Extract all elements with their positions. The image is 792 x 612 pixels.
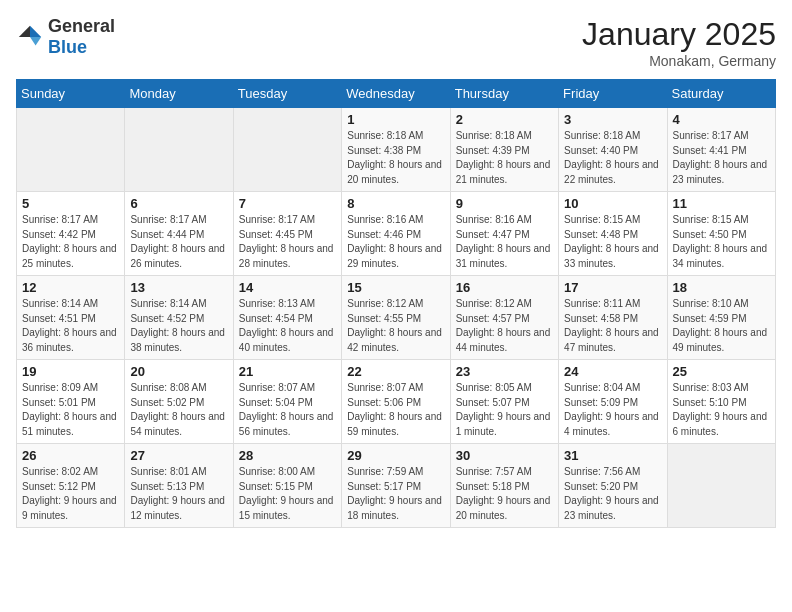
day-info: Sunrise: 7:57 AM Sunset: 5:18 PM Dayligh… <box>456 465 553 523</box>
day-number: 11 <box>673 196 770 211</box>
day-number: 7 <box>239 196 336 211</box>
calendar-cell: 4Sunrise: 8:17 AM Sunset: 4:41 PM Daylig… <box>667 108 775 192</box>
calendar-cell: 14Sunrise: 8:13 AM Sunset: 4:54 PM Dayli… <box>233 276 341 360</box>
calendar-week-row: 12Sunrise: 8:14 AM Sunset: 4:51 PM Dayli… <box>17 276 776 360</box>
day-info: Sunrise: 8:18 AM Sunset: 4:39 PM Dayligh… <box>456 129 553 187</box>
calendar-cell: 15Sunrise: 8:12 AM Sunset: 4:55 PM Dayli… <box>342 276 450 360</box>
calendar-week-row: 1Sunrise: 8:18 AM Sunset: 4:38 PM Daylig… <box>17 108 776 192</box>
logo-icon <box>16 23 44 51</box>
day-number: 23 <box>456 364 553 379</box>
day-info: Sunrise: 8:09 AM Sunset: 5:01 PM Dayligh… <box>22 381 119 439</box>
day-info: Sunrise: 8:16 AM Sunset: 4:46 PM Dayligh… <box>347 213 444 271</box>
weekday-header-monday: Monday <box>125 80 233 108</box>
weekday-header-sunday: Sunday <box>17 80 125 108</box>
day-number: 14 <box>239 280 336 295</box>
day-info: Sunrise: 8:04 AM Sunset: 5:09 PM Dayligh… <box>564 381 661 439</box>
logo-general: General <box>48 16 115 36</box>
calendar-cell: 23Sunrise: 8:05 AM Sunset: 5:07 PM Dayli… <box>450 360 558 444</box>
calendar-cell: 26Sunrise: 8:02 AM Sunset: 5:12 PM Dayli… <box>17 444 125 528</box>
calendar-cell: 7Sunrise: 8:17 AM Sunset: 4:45 PM Daylig… <box>233 192 341 276</box>
calendar-cell: 11Sunrise: 8:15 AM Sunset: 4:50 PM Dayli… <box>667 192 775 276</box>
calendar-cell: 30Sunrise: 7:57 AM Sunset: 5:18 PM Dayli… <box>450 444 558 528</box>
svg-marker-1 <box>30 37 41 45</box>
day-info: Sunrise: 7:59 AM Sunset: 5:17 PM Dayligh… <box>347 465 444 523</box>
calendar-subtitle: Monakam, Germany <box>582 53 776 69</box>
day-info: Sunrise: 8:16 AM Sunset: 4:47 PM Dayligh… <box>456 213 553 271</box>
weekday-header-saturday: Saturday <box>667 80 775 108</box>
weekday-header-friday: Friday <box>559 80 667 108</box>
calendar-cell: 21Sunrise: 8:07 AM Sunset: 5:04 PM Dayli… <box>233 360 341 444</box>
day-info: Sunrise: 8:00 AM Sunset: 5:15 PM Dayligh… <box>239 465 336 523</box>
calendar-cell: 20Sunrise: 8:08 AM Sunset: 5:02 PM Dayli… <box>125 360 233 444</box>
day-info: Sunrise: 8:14 AM Sunset: 4:51 PM Dayligh… <box>22 297 119 355</box>
calendar-cell: 27Sunrise: 8:01 AM Sunset: 5:13 PM Dayli… <box>125 444 233 528</box>
day-number: 18 <box>673 280 770 295</box>
day-number: 29 <box>347 448 444 463</box>
day-number: 21 <box>239 364 336 379</box>
calendar-cell: 12Sunrise: 8:14 AM Sunset: 4:51 PM Dayli… <box>17 276 125 360</box>
day-number: 22 <box>347 364 444 379</box>
calendar-cell: 29Sunrise: 7:59 AM Sunset: 5:17 PM Dayli… <box>342 444 450 528</box>
weekday-header-wednesday: Wednesday <box>342 80 450 108</box>
day-info: Sunrise: 8:11 AM Sunset: 4:58 PM Dayligh… <box>564 297 661 355</box>
day-info: Sunrise: 8:15 AM Sunset: 4:50 PM Dayligh… <box>673 213 770 271</box>
calendar-cell: 5Sunrise: 8:17 AM Sunset: 4:42 PM Daylig… <box>17 192 125 276</box>
calendar-cell: 22Sunrise: 8:07 AM Sunset: 5:06 PM Dayli… <box>342 360 450 444</box>
calendar-cell: 9Sunrise: 8:16 AM Sunset: 4:47 PM Daylig… <box>450 192 558 276</box>
day-info: Sunrise: 8:17 AM Sunset: 4:42 PM Dayligh… <box>22 213 119 271</box>
day-number: 8 <box>347 196 444 211</box>
calendar-week-row: 26Sunrise: 8:02 AM Sunset: 5:12 PM Dayli… <box>17 444 776 528</box>
day-info: Sunrise: 7:56 AM Sunset: 5:20 PM Dayligh… <box>564 465 661 523</box>
weekday-header-tuesday: Tuesday <box>233 80 341 108</box>
calendar-cell: 31Sunrise: 7:56 AM Sunset: 5:20 PM Dayli… <box>559 444 667 528</box>
calendar-week-row: 5Sunrise: 8:17 AM Sunset: 4:42 PM Daylig… <box>17 192 776 276</box>
day-number: 19 <box>22 364 119 379</box>
calendar-cell: 8Sunrise: 8:16 AM Sunset: 4:46 PM Daylig… <box>342 192 450 276</box>
day-info: Sunrise: 8:14 AM Sunset: 4:52 PM Dayligh… <box>130 297 227 355</box>
day-info: Sunrise: 8:05 AM Sunset: 5:07 PM Dayligh… <box>456 381 553 439</box>
logo: General Blue <box>16 16 115 58</box>
logo-blue: Blue <box>48 37 87 57</box>
day-info: Sunrise: 8:08 AM Sunset: 5:02 PM Dayligh… <box>130 381 227 439</box>
day-number: 17 <box>564 280 661 295</box>
day-number: 6 <box>130 196 227 211</box>
logo-text: General Blue <box>48 16 115 58</box>
calendar-week-row: 19Sunrise: 8:09 AM Sunset: 5:01 PM Dayli… <box>17 360 776 444</box>
day-number: 30 <box>456 448 553 463</box>
calendar-cell: 28Sunrise: 8:00 AM Sunset: 5:15 PM Dayli… <box>233 444 341 528</box>
calendar-cell: 16Sunrise: 8:12 AM Sunset: 4:57 PM Dayli… <box>450 276 558 360</box>
weekday-header-row: SundayMondayTuesdayWednesdayThursdayFrid… <box>17 80 776 108</box>
day-info: Sunrise: 8:01 AM Sunset: 5:13 PM Dayligh… <box>130 465 227 523</box>
svg-marker-0 <box>30 26 41 37</box>
calendar-table: SundayMondayTuesdayWednesdayThursdayFrid… <box>16 79 776 528</box>
day-info: Sunrise: 8:17 AM Sunset: 4:41 PM Dayligh… <box>673 129 770 187</box>
calendar-cell: 2Sunrise: 8:18 AM Sunset: 4:39 PM Daylig… <box>450 108 558 192</box>
day-number: 28 <box>239 448 336 463</box>
calendar-cell <box>125 108 233 192</box>
day-number: 2 <box>456 112 553 127</box>
day-number: 1 <box>347 112 444 127</box>
calendar-cell: 6Sunrise: 8:17 AM Sunset: 4:44 PM Daylig… <box>125 192 233 276</box>
day-info: Sunrise: 8:18 AM Sunset: 4:38 PM Dayligh… <box>347 129 444 187</box>
calendar-cell: 18Sunrise: 8:10 AM Sunset: 4:59 PM Dayli… <box>667 276 775 360</box>
calendar-cell: 3Sunrise: 8:18 AM Sunset: 4:40 PM Daylig… <box>559 108 667 192</box>
day-number: 15 <box>347 280 444 295</box>
day-number: 13 <box>130 280 227 295</box>
day-info: Sunrise: 8:07 AM Sunset: 5:04 PM Dayligh… <box>239 381 336 439</box>
title-block: January 2025 Monakam, Germany <box>582 16 776 69</box>
calendar-cell: 17Sunrise: 8:11 AM Sunset: 4:58 PM Dayli… <box>559 276 667 360</box>
day-number: 16 <box>456 280 553 295</box>
day-number: 4 <box>673 112 770 127</box>
day-number: 3 <box>564 112 661 127</box>
day-number: 20 <box>130 364 227 379</box>
day-number: 9 <box>456 196 553 211</box>
calendar-cell: 13Sunrise: 8:14 AM Sunset: 4:52 PM Dayli… <box>125 276 233 360</box>
svg-marker-2 <box>19 26 30 37</box>
day-info: Sunrise: 8:15 AM Sunset: 4:48 PM Dayligh… <box>564 213 661 271</box>
page-header: General Blue January 2025 Monakam, Germa… <box>16 16 776 69</box>
day-number: 25 <box>673 364 770 379</box>
day-info: Sunrise: 8:17 AM Sunset: 4:45 PM Dayligh… <box>239 213 336 271</box>
calendar-title: January 2025 <box>582 16 776 53</box>
day-info: Sunrise: 8:17 AM Sunset: 4:44 PM Dayligh… <box>130 213 227 271</box>
day-info: Sunrise: 8:07 AM Sunset: 5:06 PM Dayligh… <box>347 381 444 439</box>
